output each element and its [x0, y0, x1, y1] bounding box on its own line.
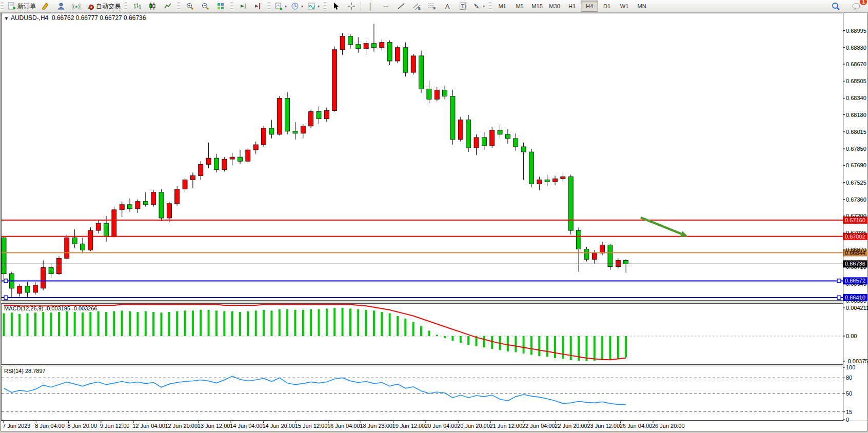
line-chart-icon — [164, 2, 172, 10]
bar-chart-button[interactable] — [129, 1, 145, 12]
chart-shift-icon — [254, 2, 262, 10]
svg-text:9 Jun 12:00: 9 Jun 12:00 — [100, 423, 130, 429]
toolbar-grip[interactable] — [324, 2, 326, 10]
notification-badge: 1 — [860, 0, 867, 5]
svg-text:-0.003755: -0.003755 — [846, 358, 868, 364]
svg-text:16 Jun 04:00: 16 Jun 04:00 — [327, 423, 360, 429]
svg-text:0: 0 — [846, 417, 849, 423]
svg-text:100: 100 — [846, 364, 855, 370]
dropdown-caret: ▾ — [301, 4, 303, 9]
chart-canvas[interactable]: 0.671600.670020.668440.667360.665720.664… — [0, 0, 868, 433]
news-icon — [72, 2, 81, 10]
timeframe-button-m1[interactable]: M1 — [494, 1, 511, 12]
indicators-button[interactable]: ▾ — [305, 1, 322, 12]
timeframe-button-mn[interactable]: MN — [633, 1, 650, 12]
timeframe-button-w1[interactable]: W1 — [616, 1, 633, 12]
metaeditor-button[interactable] — [38, 1, 53, 12]
search-icon — [832, 2, 840, 11]
new-order-icon — [8, 2, 16, 10]
autotrading-button[interactable]: 自动交易 — [84, 1, 123, 12]
svg-text:E: E — [418, 7, 421, 10]
tile-windows-icon — [216, 2, 225, 10]
timeframe-button-m5[interactable]: M5 — [511, 1, 528, 12]
notifications-button[interactable]: 1 — [849, 1, 864, 12]
trendline-button[interactable] — [393, 1, 409, 12]
timeframe-button-d1[interactable]: D1 — [598, 1, 616, 12]
svg-text:0.68670: 0.68670 — [846, 61, 866, 67]
toolbar-grip[interactable] — [268, 2, 270, 10]
svg-text:19 Jun 12:00: 19 Jun 12:00 — [392, 423, 425, 429]
svg-text:0.66710: 0.66710 — [846, 264, 866, 270]
separator — [361, 2, 361, 11]
dropdown-caret: ▾ — [285, 4, 287, 9]
new-order-button[interactable]: 新订单 — [6, 1, 38, 12]
text-label-button[interactable]: T — [455, 1, 470, 12]
timeframe-button-m15[interactable]: M15 — [528, 1, 546, 12]
zoom-in-button[interactable] — [182, 1, 198, 12]
clock-icon — [291, 2, 299, 10]
fibonacci-button[interactable]: F — [424, 1, 440, 12]
svg-text:0.00: 0.00 — [846, 333, 857, 339]
svg-text:F: F — [433, 7, 436, 10]
autotrading-label: 自动交易 — [96, 2, 121, 11]
svg-text:0.67360: 0.67360 — [846, 196, 866, 203]
chart-ohlc-values: 0.66762 0.66777 0.66727 0.66736 — [52, 14, 146, 22]
toolbar-right: 1 — [828, 1, 868, 12]
timeframe-button-h4[interactable]: H4 — [581, 1, 598, 12]
svg-text:8 Jun 04:00: 8 Jun 04:00 — [35, 423, 65, 429]
toolbar-grip[interactable] — [125, 2, 127, 10]
svg-text:12 Jun 20:00: 12 Jun 20:00 — [165, 423, 198, 429]
zoom-out-icon — [201, 2, 209, 10]
line-chart-button[interactable] — [160, 1, 175, 12]
timeframe-button-h1[interactable]: H1 — [563, 1, 581, 12]
equidistant-channel-button[interactable]: E — [409, 1, 424, 12]
cursor-button[interactable] — [328, 1, 344, 12]
time-axis: 7 Jun 20238 Jun 04:008 Jun 20:009 Jun 12… — [3, 421, 685, 429]
new-chart-button[interactable]: ▾ — [272, 1, 289, 12]
svg-text:0.68995: 0.68995 — [846, 28, 866, 34]
chart-symbol-header[interactable]: ▼AUDUSD-,H4 0.66762 0.66777 0.66727 0.66… — [4, 14, 146, 22]
vertical-line-icon: │ — [368, 3, 372, 10]
svg-text:0.67850: 0.67850 — [846, 146, 866, 152]
autotrading-icon — [86, 2, 94, 10]
toolbar-grip[interactable] — [230, 2, 233, 10]
svg-text:20 Jun 20:00: 20 Jun 20:00 — [457, 423, 490, 429]
toolbar-grip[interactable] — [489, 2, 491, 10]
chart-shift-button[interactable] — [250, 1, 266, 12]
svg-text:0.004211: 0.004211 — [846, 305, 868, 311]
rsi-indicator-label: RSI(14) 28.7897 — [4, 368, 46, 374]
community-button[interactable] — [53, 1, 69, 12]
svg-text:0.67200: 0.67200 — [846, 213, 866, 219]
horizontal-line-button[interactable]: ─ — [378, 1, 393, 12]
dropdown-caret: ▾ — [483, 4, 485, 9]
svg-text:0.68340: 0.68340 — [846, 95, 866, 101]
tile-windows-button[interactable] — [213, 1, 228, 12]
bar-chart-icon — [133, 2, 141, 10]
collapse-ohlc-icon[interactable]: ▼ — [4, 16, 9, 21]
svg-text:26 Jun 20:00: 26 Jun 20:00 — [652, 423, 685, 429]
text-button[interactable]: A — [440, 1, 455, 12]
auto-scroll-button[interactable] — [235, 1, 250, 12]
search-button[interactable] — [828, 1, 843, 12]
arrows-button[interactable]: ▾ — [470, 1, 487, 12]
auto-scroll-icon — [239, 2, 247, 10]
toolbar-grip[interactable] — [177, 2, 180, 10]
svg-text:7 Jun 2023: 7 Jun 2023 — [3, 423, 30, 429]
news-button[interactable] — [69, 1, 84, 12]
scroll-group — [234, 0, 267, 12]
chart-tools-group: ▾ ▾ ▾ — [271, 0, 323, 12]
periods-button[interactable]: ▾ — [289, 1, 305, 12]
svg-text:14 Jun 04:00: 14 Jun 04:00 — [230, 423, 263, 429]
candlestick-button[interactable] — [145, 1, 160, 12]
metaeditor-icon — [42, 2, 50, 10]
timeframe-button-m30[interactable]: M30 — [546, 1, 563, 12]
crosshair-icon — [347, 2, 356, 10]
line-handle — [4, 279, 8, 283]
vertical-line-button[interactable]: │ — [363, 1, 378, 12]
toolbar-grip[interactable] — [1, 2, 4, 10]
svg-text:0.66545: 0.66545 — [846, 281, 866, 287]
application-window: 新订单 — [0, 0, 868, 433]
crosshair-button[interactable] — [344, 1, 359, 12]
zoom-in-icon — [186, 2, 194, 10]
zoom-out-button[interactable] — [198, 1, 213, 12]
